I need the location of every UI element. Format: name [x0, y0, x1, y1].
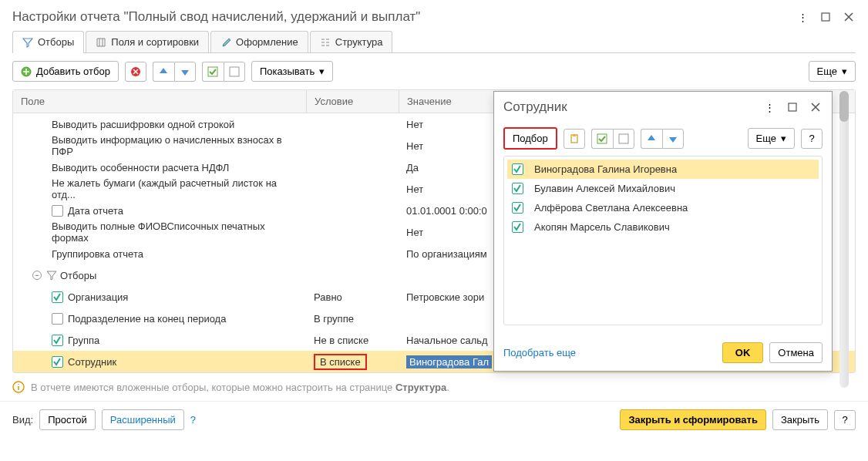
help-button[interactable]: ?	[834, 410, 856, 430]
checkbox[interactable]	[512, 183, 523, 194]
checkbox[interactable]	[52, 313, 63, 325]
view-label: Вид:	[12, 414, 33, 426]
svg-rect-0	[822, 13, 829, 21]
dialog-close-icon[interactable]	[809, 100, 823, 114]
plus-icon	[21, 66, 32, 77]
svg-rect-10	[619, 134, 628, 143]
svg-rect-8	[573, 134, 576, 136]
tab-filters[interactable]: Отборы	[12, 31, 84, 52]
list-item[interactable]: Виноградова Галина Игоревна	[507, 160, 819, 179]
info-icon	[12, 381, 25, 393]
checkbox[interactable]	[52, 205, 63, 217]
dialog-more-button[interactable]: Еще ▾	[748, 128, 795, 149]
list-item[interactable]: Акопян Марсель Славикович	[507, 217, 819, 237]
select-button[interactable]: Подбор	[503, 127, 557, 150]
uncheck-all-button[interactable]	[224, 62, 245, 82]
more-button[interactable]: Еще ▾	[809, 61, 856, 82]
employee-dialog: Сотрудник ⋮ Подбор Еще ▾ ? Виноградова Г…	[493, 91, 833, 372]
tab-format[interactable]: Оформление	[210, 31, 308, 52]
brush-icon	[220, 37, 231, 48]
delete-button[interactable]	[125, 62, 146, 82]
dialog-help-button[interactable]: ?	[801, 129, 823, 149]
close-icon[interactable]	[842, 10, 856, 24]
checkbox[interactable]	[512, 163, 523, 175]
cancel-button[interactable]: Отмена	[769, 342, 823, 363]
move-up-button[interactable]	[153, 62, 174, 82]
svg-rect-9	[597, 134, 607, 143]
more-link[interactable]: Подобрать еще	[503, 347, 576, 358]
employee-list: Виноградова Галина ИгоревнаБулавин Алекс…	[503, 156, 823, 325]
th-condition: Условие	[306, 90, 399, 113]
chevron-down-icon: ▾	[842, 66, 847, 77]
paste-button[interactable]	[564, 129, 585, 149]
tab-fields[interactable]: Поля и сортировки	[86, 31, 209, 52]
checkbox[interactable]	[52, 356, 63, 368]
add-filter-button[interactable]: Добавить отбор	[12, 61, 119, 82]
dialog-down[interactable]	[662, 129, 684, 149]
collapse-icon[interactable]: −	[32, 271, 42, 280]
svg-rect-3	[208, 67, 217, 76]
info-text: В отчете имеются вложенные отборы, котор…	[31, 382, 449, 393]
check-all-button[interactable]	[202, 62, 224, 82]
svg-rect-4	[230, 67, 239, 76]
scrollbar[interactable]	[839, 91, 849, 388]
dialog-title: Сотрудник	[503, 99, 762, 115]
tab-structure[interactable]: Структура	[310, 31, 393, 52]
checkbox[interactable]	[52, 335, 63, 346]
maximize-icon[interactable]	[819, 10, 833, 24]
list-item[interactable]: Булавин Алексей Михайлович	[507, 179, 819, 198]
dialog-menu-icon[interactable]: ⋮	[762, 100, 776, 114]
move-down-button[interactable]	[174, 62, 196, 82]
generate-button[interactable]: Закрыть и сформировать	[620, 409, 766, 430]
menu-dots-icon[interactable]: ⋮	[796, 10, 809, 24]
chevron-down-icon: ▾	[319, 66, 325, 77]
list-item[interactable]: Алфёрова Светлана Алексеевна	[507, 198, 819, 217]
dialog-check-all[interactable]	[591, 129, 613, 149]
checkbox[interactable]	[512, 202, 523, 214]
tree-icon	[320, 37, 331, 48]
funnel-icon	[22, 37, 33, 48]
view-advanced-button[interactable]: Расширенный	[102, 409, 184, 430]
show-button[interactable]: Показывать ▾	[251, 61, 333, 82]
dialog-uncheck-all[interactable]	[613, 129, 634, 149]
dialog-maximize-icon[interactable]	[786, 100, 799, 114]
columns-icon	[96, 37, 106, 48]
chevron-down-icon: ▾	[781, 133, 786, 144]
th-field: Поле	[13, 90, 306, 113]
window-title: Настройки отчета "Полный свод начислений…	[12, 9, 796, 25]
tabs: Отборы Поля и сортировки Оформление Стру…	[12, 31, 856, 53]
svg-rect-6	[789, 103, 796, 111]
dialog-up[interactable]	[641, 129, 662, 149]
help-link[interactable]: ?	[190, 414, 196, 426]
checkbox[interactable]	[512, 221, 523, 233]
ok-button[interactable]: OK	[722, 342, 764, 363]
close-button[interactable]: Закрыть	[772, 409, 828, 430]
checkbox[interactable]	[52, 291, 63, 303]
view-simple-button[interactable]: Простой	[39, 409, 96, 430]
